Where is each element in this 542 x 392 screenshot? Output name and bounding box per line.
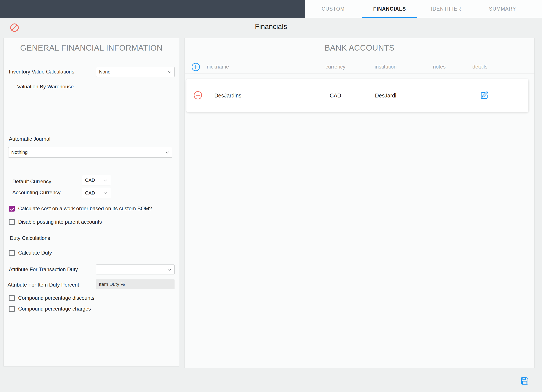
attribute-transaction-duty-select[interactable] <box>96 265 174 275</box>
tab-identifier-label: IDENTIFIER <box>431 6 461 12</box>
attribute-item-duty-value: Item Duty % <box>99 281 125 287</box>
attribute-transaction-duty-label: Attribute For Transaction Duty <box>9 266 78 273</box>
top-bar <box>0 0 305 18</box>
column-header-notes: notes <box>433 64 446 70</box>
general-financial-panel: GENERAL FINANCIAL INFORMATION Inventory … <box>3 38 179 366</box>
general-panel-heading: GENERAL FINANCIAL INFORMATION <box>4 43 179 53</box>
bank-account-institution: DesJardi <box>375 92 396 99</box>
compound-discounts-checkbox-row: Compound percentage discounts <box>9 295 94 301</box>
minus-circle-icon <box>193 91 202 100</box>
calculate-duty-checkbox-row: Calculate Duty <box>9 250 52 256</box>
valuation-by-warehouse-label: Valuation By Warehouse <box>17 83 74 90</box>
tab-financials-label: FINANCIALS <box>373 6 406 12</box>
bank-account-row: DesJardins CAD DesJardi <box>186 79 528 112</box>
custom-bom-checkbox-label: Calculate cost on a work order based on … <box>18 206 152 212</box>
inventory-value-calculations-select[interactable]: None <box>96 67 174 77</box>
accounting-currency-label: Accounting Currency <box>12 189 60 196</box>
chevron-down-icon <box>104 178 107 181</box>
column-header-institution: institution <box>375 64 396 70</box>
column-header-nickname: nickname <box>207 64 229 70</box>
accounting-currency-select[interactable]: CAD <box>82 188 110 198</box>
custom-bom-checkbox-row: Calculate cost on a work order based on … <box>9 206 152 212</box>
chevron-down-icon <box>104 191 107 194</box>
bank-account-currency: CAD <box>330 92 341 99</box>
tab-custom[interactable]: CUSTOM <box>305 0 361 18</box>
bank-account-nickname: DesJardins <box>214 92 241 99</box>
disable-parent-posting-checkbox[interactable] <box>9 219 15 225</box>
default-currency-select[interactable]: CAD <box>82 175 110 185</box>
save-icon <box>520 376 530 386</box>
remove-bank-account-button[interactable] <box>193 91 202 100</box>
chevron-down-icon <box>168 267 172 271</box>
compound-discounts-checkbox[interactable] <box>9 295 15 301</box>
tab-identifier[interactable]: IDENTIFIER <box>418 0 474 18</box>
screen: CUSTOM FINANCIALS IDENTIFIER SUMMARY Fin… <box>0 0 542 392</box>
compound-charges-checkbox-row: Compound percentage charges <box>9 306 91 312</box>
column-header-details: details <box>472 64 487 70</box>
save-button[interactable] <box>520 376 530 386</box>
default-currency-label: Default Currency <box>12 178 51 185</box>
inventory-value-calculations-label: Inventory Value Calculations <box>9 69 74 75</box>
accounting-currency-value: CAD <box>85 190 95 196</box>
bank-accounts-heading: BANK ACCOUNTS <box>185 43 534 53</box>
compound-charges-checkbox-label: Compound percentage charges <box>18 306 91 312</box>
calculate-duty-checkbox-label: Calculate Duty <box>18 250 52 256</box>
compound-charges-checkbox[interactable] <box>9 306 15 312</box>
edit-icon <box>479 90 489 100</box>
automatic-journal-label: Automatic Journal <box>9 136 50 142</box>
attribute-item-duty-input: Item Duty % <box>96 279 174 289</box>
tab-custom-label: CUSTOM <box>322 6 345 12</box>
chevron-down-icon <box>168 70 172 73</box>
calculate-duty-checkbox[interactable] <box>9 250 15 256</box>
tab-bar: CUSTOM FINANCIALS IDENTIFIER SUMMARY <box>305 0 542 18</box>
page-title: Financials <box>0 22 542 31</box>
automatic-journal-select[interactable]: Nothing <box>8 147 172 158</box>
disable-parent-posting-checkbox-row: Disable posting into parent accounts <box>9 219 102 225</box>
plus-circle-icon <box>191 63 200 72</box>
bank-accounts-panel: BANK ACCOUNTS nickname currency institut… <box>184 38 535 368</box>
tab-financials[interactable]: FINANCIALS <box>361 0 418 18</box>
edit-bank-account-button[interactable] <box>479 90 489 100</box>
custom-bom-checkbox[interactable] <box>9 206 15 212</box>
disable-parent-posting-checkbox-label: Disable posting into parent accounts <box>18 219 102 225</box>
attribute-item-duty-label: Attribute For Item Duty Percent <box>8 281 79 288</box>
column-header-currency: currency <box>325 64 345 70</box>
add-bank-account-button[interactable] <box>191 63 200 72</box>
chevron-down-icon <box>166 150 169 154</box>
default-currency-value: CAD <box>85 177 95 183</box>
tab-summary-label: SUMMARY <box>489 6 516 12</box>
tab-summary[interactable]: SUMMARY <box>474 0 531 18</box>
automatic-journal-value: Nothing <box>11 149 28 155</box>
duty-calculations-label: Duty Calculations <box>10 235 50 241</box>
inventory-value-calculations-value: None <box>99 69 110 75</box>
compound-discounts-checkbox-label: Compound percentage discounts <box>18 295 94 301</box>
table-header-divider <box>185 73 534 74</box>
